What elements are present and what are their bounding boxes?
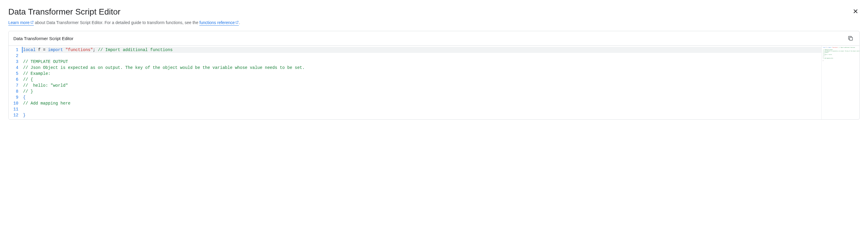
code-line[interactable]: // Add mapping here (22, 100, 822, 106)
minimap-line: local f = import "functions"; // Import … (823, 47, 858, 48)
line-number: 3 (13, 59, 19, 65)
line-number: 11 (13, 106, 19, 112)
line-number: 9 (13, 94, 19, 100)
line-number: 5 (13, 71, 19, 77)
line-number: 8 (13, 88, 19, 94)
copy-icon (847, 35, 854, 41)
code-line[interactable] (22, 106, 822, 112)
line-gutter: 123456789101112 (9, 46, 22, 119)
panel-title: Data Transformer Script Editor (13, 36, 73, 41)
code-line[interactable]: // } (22, 88, 822, 94)
code-line[interactable]: { (22, 94, 822, 100)
line-number: 6 (13, 77, 19, 83)
code-line[interactable]: // TEMPLATE OUTPUT (22, 59, 822, 65)
code-line[interactable]: // hello: "world" (22, 83, 822, 88)
page-title: Data Transformer Script Editor (8, 7, 120, 17)
external-link-icon (30, 21, 34, 24)
editor-panel: Data Transformer Script Editor 123456789… (8, 31, 860, 120)
line-number: 4 (13, 65, 19, 71)
code-line[interactable]: } (22, 112, 822, 118)
subtitle: Learn more about Data Transformer Script… (8, 20, 860, 25)
svg-rect-0 (849, 37, 852, 40)
editor-body: 123456789101112 local f = import "functi… (9, 46, 859, 119)
code-line[interactable]: // Example: (22, 71, 822, 77)
line-number: 7 (13, 83, 19, 88)
copy-button[interactable] (846, 34, 855, 42)
line-number: 2 (13, 53, 19, 59)
line-number: 1 (13, 47, 19, 53)
minimap-line: } (823, 60, 858, 61)
close-button[interactable] (851, 7, 860, 16)
panel-header: Data Transformer Script Editor (9, 31, 859, 46)
minimap[interactable]: local f = import "functions"; // Import … (822, 46, 859, 119)
code-content[interactable]: local f = import "functions"; // Import … (22, 46, 822, 119)
subtitle-text-2: . (239, 20, 240, 25)
code-editor[interactable]: 123456789101112 local f = import "functi… (9, 46, 822, 119)
close-icon (852, 8, 859, 14)
subtitle-text-1: about Data Transformer Script Editor. Fo… (34, 20, 199, 25)
functions-reference-link[interactable]: functions reference (199, 20, 239, 26)
code-line[interactable] (22, 53, 822, 59)
external-link-icon (235, 21, 239, 24)
code-line[interactable]: // Json Object is expected as on output.… (22, 65, 822, 71)
line-number: 10 (13, 100, 19, 106)
line-number: 12 (13, 112, 19, 118)
learn-more-link[interactable]: Learn more (8, 20, 34, 26)
code-line[interactable]: local f = import "functions"; // Import … (22, 47, 822, 53)
code-line[interactable]: // { (22, 77, 822, 83)
